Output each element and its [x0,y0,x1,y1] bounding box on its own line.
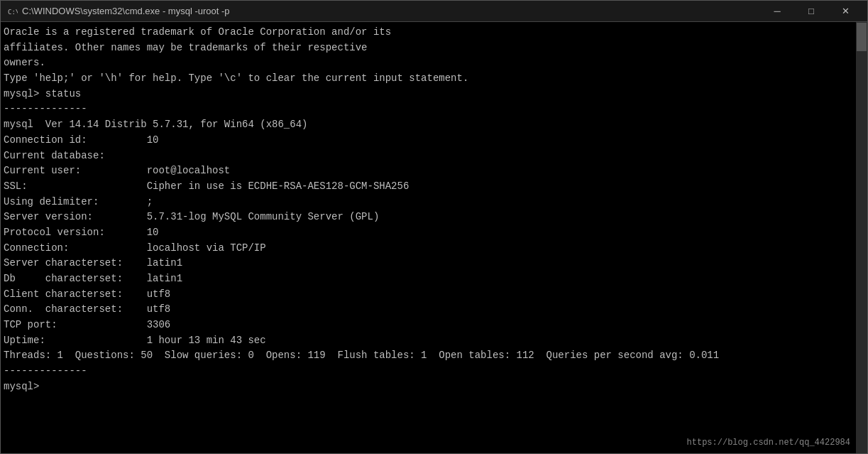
minimize-button[interactable]: ─ [761,1,793,21]
terminal-line: Threads: 1 Questions: 50 Slow queries: 0… [4,348,864,364]
terminal-line: mysql> [4,379,864,395]
terminal-line: mysql> status [4,87,864,102]
terminal-line: Current user: root@localhost [4,163,864,179]
window-title: C:\WINDOWS\system32\cmd.exe - mysql -uro… [22,6,230,16]
terminal-line: Uptime: 1 hour 13 min 43 sec [4,333,864,349]
terminal-line: Protocol version: 10 [4,225,864,241]
terminal-content: Oracle is a registered trademark of Orac… [4,25,864,395]
cmd-icon: C:\ [6,6,18,17]
terminal-line: Conn. characterset: utf8 [4,302,864,318]
terminal-line: mysql Ver 14.14 Distrib 5.7.31, for Win6… [4,117,864,133]
terminal-line: Server version: 5.7.31-log MySQL Communi… [4,210,864,225]
title-bar-left: C:\ C:\WINDOWS\system32\cmd.exe - mysql … [6,6,230,17]
terminal-line: Connection: localhost via TCP/IP [4,241,864,256]
terminal-line: Current database: [4,148,864,164]
terminal-line: affiliates. Other names may be trademark… [4,40,864,56]
terminal-line: -------------- [4,102,864,117]
close-button[interactable]: ✕ [829,1,862,21]
terminal-line: Type 'help;' or '\h' for help. Type '\c'… [4,71,864,87]
scrollbar[interactable] [856,22,867,453]
terminal-line: Server characterset: latin1 [4,256,864,271]
svg-text:C:\: C:\ [8,9,18,16]
terminal-line: TCP port: 3306 [4,318,864,333]
terminal-line: -------------- [4,364,864,379]
terminal-line: owners. [4,55,864,71]
terminal-line: Client characterset: utf8 [4,287,864,303]
watermark: https://blog.csdn.net/qq_4422984 [687,438,850,448]
terminal-line: SSL: Cipher in use is ECDHE-RSA-AES128-G… [4,179,864,195]
window-controls: ─ □ ✕ [761,1,862,21]
terminal-line: Db characterset: latin1 [4,271,864,287]
terminal-body[interactable]: Oracle is a registered trademark of Orac… [1,22,867,453]
terminal-line: Oracle is a registered trademark of Orac… [4,25,864,40]
terminal-line: Using delimiter: ; [4,195,864,210]
terminal-line: Connection id: 10 [4,133,864,148]
scrollbar-thumb[interactable] [857,23,867,51]
maximize-button[interactable]: □ [795,1,828,21]
cmd-window: C:\ C:\WINDOWS\system32\cmd.exe - mysql … [0,0,868,454]
title-bar: C:\ C:\WINDOWS\system32\cmd.exe - mysql … [1,1,867,22]
